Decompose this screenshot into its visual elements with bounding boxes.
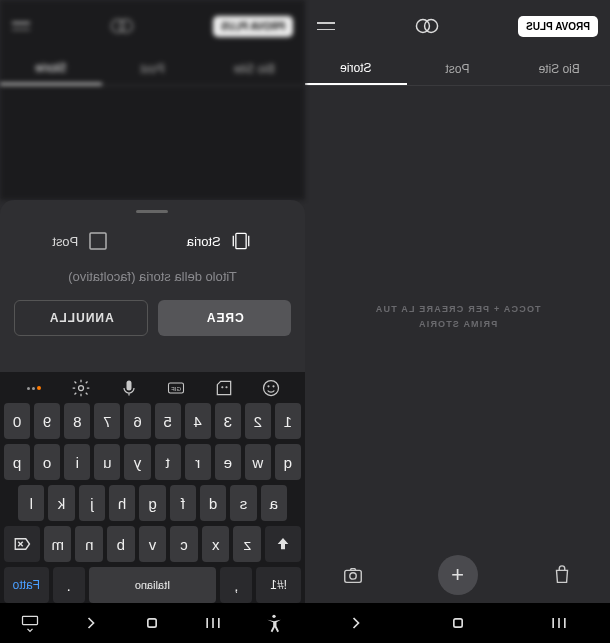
key-y[interactable]: y: [124, 444, 150, 480]
gif-icon[interactable]: GIF: [166, 378, 186, 398]
space-key[interactable]: Italiano: [89, 567, 217, 603]
more-icon[interactable]: [24, 378, 44, 398]
backspace-key[interactable]: [4, 526, 40, 562]
key-z[interactable]: z: [234, 526, 262, 562]
key-2[interactable]: 2: [245, 403, 271, 439]
key-8[interactable]: 8: [64, 403, 90, 439]
brand-logo-icon: [414, 17, 440, 35]
nav-back-icon[interactable]: [346, 613, 366, 633]
keyboard: GIF 1234567890 qwertyuiop asdfghjkl zxcv…: [0, 372, 305, 603]
svg-point-16: [268, 386, 269, 387]
key-s[interactable]: s: [230, 485, 256, 521]
svg-rect-29: [148, 619, 156, 627]
key-h[interactable]: h: [109, 485, 135, 521]
type-option-post[interactable]: Post: [52, 229, 110, 253]
svg-point-17: [226, 387, 227, 388]
key-f[interactable]: f: [170, 485, 196, 521]
menu-icon[interactable]: [317, 22, 335, 30]
key-p[interactable]: p: [4, 444, 30, 480]
key-d[interactable]: d: [200, 485, 226, 521]
key-1[interactable]: 1: [275, 403, 301, 439]
bag-icon[interactable]: [551, 564, 573, 586]
key-c[interactable]: c: [170, 526, 198, 562]
key-t[interactable]: t: [155, 444, 181, 480]
key-n[interactable]: n: [75, 526, 103, 562]
empty-state-text: TOCCA + PER CREARE LA TUA PRIMA STORIA: [375, 302, 541, 331]
svg-point-15: [273, 386, 274, 387]
key-m[interactable]: m: [44, 526, 72, 562]
tab-biosite[interactable]: Bio Site: [508, 52, 610, 85]
try-plus-badge[interactable]: PROVA PLUS: [518, 16, 598, 37]
key-b[interactable]: b: [107, 526, 135, 562]
key-w[interactable]: w: [245, 444, 271, 480]
nav-home-icon[interactable]: [448, 613, 468, 633]
symbols-key[interactable]: !#1: [256, 567, 301, 603]
type-label: Post: [52, 234, 78, 249]
svg-rect-7: [453, 619, 461, 627]
comma-key[interactable]: ,: [220, 567, 252, 603]
mic-icon[interactable]: [119, 378, 139, 398]
nav-home-icon[interactable]: [143, 613, 163, 633]
svg-text:GIF: GIF: [171, 386, 181, 392]
key-e[interactable]: e: [215, 444, 241, 480]
type-label: Storia: [187, 234, 221, 249]
nav-recents-icon[interactable]: [549, 613, 569, 633]
svg-point-1: [416, 20, 429, 33]
camera-icon[interactable]: [342, 564, 364, 586]
period-key[interactable]: .: [53, 567, 85, 603]
android-nav-bar: [0, 603, 305, 643]
key-u[interactable]: u: [94, 444, 120, 480]
done-key[interactable]: Fatto: [4, 567, 49, 603]
blurred-background: PROVA PLUS Bio Site Post Storie: [0, 0, 305, 200]
key-9[interactable]: 9: [34, 403, 60, 439]
android-nav-bar: [305, 603, 610, 643]
svg-rect-13: [90, 233, 106, 249]
nav-recents-icon[interactable]: [204, 613, 224, 633]
key-o[interactable]: o: [34, 444, 60, 480]
key-j[interactable]: j: [79, 485, 105, 521]
key-x[interactable]: x: [202, 526, 230, 562]
key-3[interactable]: 3: [215, 403, 241, 439]
settings-icon[interactable]: [71, 378, 91, 398]
svg-point-25: [273, 615, 276, 618]
accessibility-icon[interactable]: [265, 613, 285, 633]
key-v[interactable]: v: [139, 526, 167, 562]
create-button[interactable]: CREA: [159, 300, 292, 336]
tab-storie[interactable]: Storie: [305, 52, 407, 85]
key-r[interactable]: r: [185, 444, 211, 480]
sticker-icon[interactable]: [214, 378, 234, 398]
key-k[interactable]: k: [48, 485, 74, 521]
create-modal: Storia Post Titolo della storia (facolta…: [0, 200, 305, 372]
shift-key[interactable]: [265, 526, 301, 562]
svg-rect-21: [126, 381, 131, 391]
svg-rect-10: [236, 233, 246, 248]
nav-back-icon[interactable]: [82, 613, 102, 633]
key-q[interactable]: q: [275, 444, 301, 480]
top-bar: PROVA PLUS: [305, 0, 610, 52]
key-6[interactable]: 6: [124, 403, 150, 439]
key-7[interactable]: 7: [94, 403, 120, 439]
key-5[interactable]: 5: [155, 403, 181, 439]
key-l[interactable]: l: [18, 485, 44, 521]
keyboard-hide-icon[interactable]: [21, 613, 41, 633]
svg-point-14: [264, 381, 279, 396]
svg-point-22: [79, 386, 84, 391]
key-4[interactable]: 4: [185, 403, 211, 439]
emoji-icon[interactable]: [261, 378, 281, 398]
key-a[interactable]: a: [261, 485, 287, 521]
tab-post[interactable]: Post: [407, 52, 509, 85]
svg-point-9: [111, 20, 124, 33]
svg-point-3: [350, 573, 356, 579]
svg-point-18: [222, 387, 223, 388]
bottom-action-bar: +: [305, 547, 610, 603]
key-0[interactable]: 0: [4, 403, 30, 439]
main-empty-area: TOCCA + PER CREARE LA TUA PRIMA STORIA: [305, 86, 610, 547]
keyboard-toolbar: GIF: [4, 378, 301, 398]
cancel-button[interactable]: ANNULLA: [14, 300, 149, 336]
key-i[interactable]: i: [64, 444, 90, 480]
drag-handle[interactable]: [137, 210, 169, 213]
story-title-input[interactable]: Titolo della storia (facoltativo): [14, 269, 291, 284]
type-option-storia[interactable]: Storia: [187, 229, 253, 253]
key-g[interactable]: g: [139, 485, 165, 521]
create-fab[interactable]: +: [438, 555, 478, 595]
